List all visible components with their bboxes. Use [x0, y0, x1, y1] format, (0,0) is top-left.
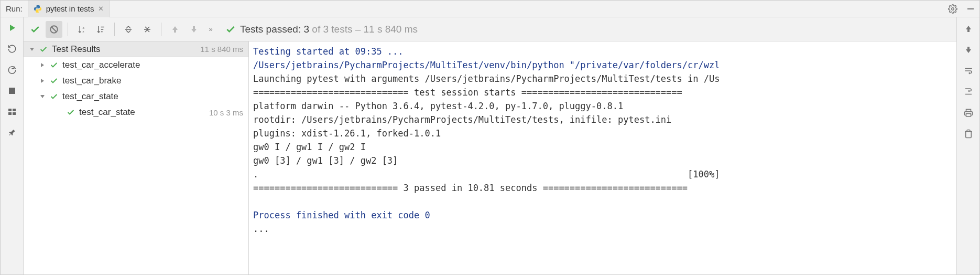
console-line: =========================== 3 passed in …: [253, 183, 688, 193]
chevron-down-icon[interactable]: [39, 93, 48, 100]
scroll-up-icon[interactable]: [962, 23, 975, 35]
svg-rect-5: [8, 109, 12, 111]
rerun-icon[interactable]: [6, 22, 18, 34]
svg-point-2: [952, 7, 954, 10]
sort-alphabetically-icon[interactable]: az: [73, 21, 90, 38]
status-count: 3: [303, 24, 309, 35]
console-line: . [100%]: [253, 169, 720, 179]
svg-text:a: a: [83, 26, 85, 29]
run-config-tab[interactable]: pytest in tests ✕: [28, 1, 110, 17]
svg-point-0: [36, 6, 37, 6]
test-status: Tests passed: 3 of 3 tests – 11 s 840 ms: [225, 24, 418, 35]
svg-rect-4: [9, 88, 15, 94]
sort-by-duration-icon[interactable]: [92, 21, 109, 38]
console-line: Process finished with exit code 0: [253, 210, 430, 220]
chevron-right-icon[interactable]: [39, 78, 48, 84]
more-icon[interactable]: »: [204, 21, 217, 38]
svg-text:z: z: [83, 30, 84, 33]
console-line: plugins: xdist-1.26.1, forked-1.0.1: [253, 128, 441, 139]
stop-icon[interactable]: [6, 84, 18, 97]
status-prefix: Tests passed:: [240, 24, 303, 35]
toggle-auto-test-icon[interactable]: [6, 64, 18, 76]
svg-point-1: [38, 11, 39, 12]
console-line: Testing started at 09:35 ...: [253, 46, 404, 57]
console-line: ============================= test sessi…: [253, 87, 682, 98]
console-line: Launching pytest with arguments /Users/j…: [253, 73, 720, 84]
tree-label: Test Results: [52, 44, 200, 55]
console-line: /Users/jetbrains/PycharmProjects/MultiTe…: [253, 60, 720, 70]
svg-rect-12: [966, 114, 971, 117]
chevron-right-icon[interactable]: [39, 62, 48, 68]
console-line: gw0 I / gw1 I / gw2 I: [253, 142, 366, 152]
gear-icon[interactable]: [944, 1, 962, 17]
check-icon: [39, 45, 48, 54]
test-tree[interactable]: Test Results 11 s 840 ms test_car_accele…: [24, 41, 249, 274]
console-line: platform darwin -- Python 3.6.4, pytest-…: [253, 101, 623, 111]
print-icon[interactable]: [962, 107, 975, 119]
show-passed-icon[interactable]: [27, 21, 43, 38]
collapse-all-icon[interactable]: [139, 21, 156, 38]
tree-label: test_car_brake: [62, 76, 243, 86]
console-line: gw0 [3] / gw1 [3] / gw2 [3]: [253, 155, 398, 166]
tree-leaf[interactable]: test_car_state 10 s 3 ms: [24, 104, 248, 120]
status-suffix: of 3 tests – 11 s 840 ms: [309, 24, 418, 35]
chevron-down-icon[interactable]: [29, 46, 37, 52]
scroll-to-end-icon[interactable]: [962, 86, 975, 98]
trash-icon[interactable]: [962, 128, 975, 140]
right-action-rail: [956, 17, 979, 274]
svg-rect-7: [8, 112, 12, 115]
svg-rect-6: [13, 109, 16, 111]
scroll-down-icon[interactable]: [962, 44, 975, 56]
tab-label: pytest in tests: [46, 4, 94, 13]
rerun-failed-icon[interactable]: [6, 43, 18, 55]
soft-wrap-icon[interactable]: [962, 65, 975, 77]
tree-time: 10 s 3 ms: [209, 108, 243, 117]
next-failed-icon[interactable]: [186, 21, 202, 38]
expand-all-icon[interactable]: [120, 21, 137, 38]
separator: [161, 23, 161, 36]
tree-node[interactable]: test_car_state: [24, 89, 248, 104]
console-line: ...: [253, 224, 269, 234]
console-output[interactable]: Testing started at 09:35 ... /Users/jetb…: [249, 41, 956, 274]
run-label: Run:: [1, 4, 28, 13]
console-line: rootdir: /Users/jetbrains/PycharmProject…: [253, 114, 671, 125]
check-icon: [67, 108, 75, 117]
tree-root[interactable]: Test Results 11 s 840 ms: [24, 41, 248, 57]
check-icon: [50, 92, 58, 101]
test-toolbar: az »: [24, 17, 956, 41]
tool-window-header: Run: pytest in tests ✕: [1, 1, 979, 17]
left-action-rail: [1, 17, 24, 274]
check-icon: [225, 24, 236, 35]
show-ignored-icon[interactable]: [46, 21, 62, 38]
minimize-icon[interactable]: [962, 1, 979, 17]
svg-rect-3: [967, 8, 974, 9]
pin-icon[interactable]: [6, 126, 18, 139]
tree-node[interactable]: test_car_accelerate: [24, 57, 248, 73]
tree-label: test_car_state: [62, 91, 243, 102]
separator: [114, 23, 115, 36]
tree-node[interactable]: test_car_brake: [24, 73, 248, 89]
close-icon[interactable]: ✕: [98, 5, 104, 13]
check-icon: [50, 77, 58, 85]
tree-time: 11 s 840 ms: [200, 45, 243, 54]
previous-failed-icon[interactable]: [167, 21, 183, 38]
layout-icon[interactable]: [6, 105, 18, 118]
tree-label: test_car_state: [79, 107, 209, 118]
separator: [68, 23, 68, 36]
tree-label: test_car_accelerate: [62, 60, 243, 70]
svg-rect-8: [13, 112, 16, 115]
check-icon: [50, 61, 58, 69]
python-icon: [34, 5, 42, 13]
